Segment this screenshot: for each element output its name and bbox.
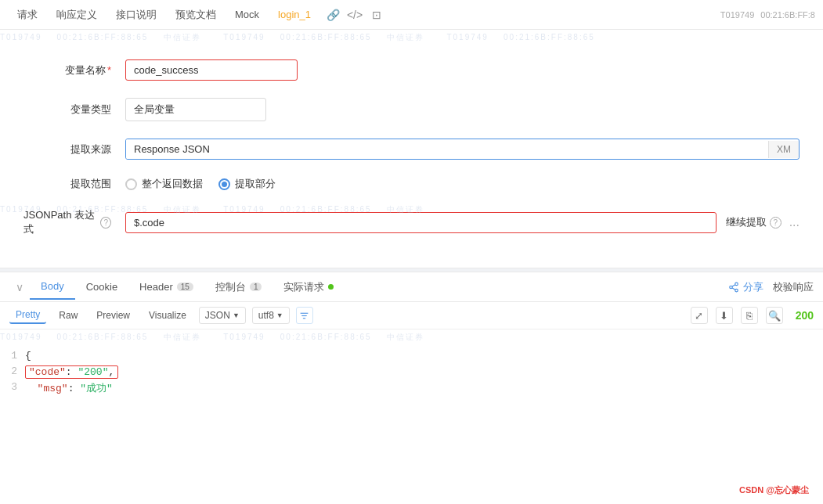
validate-button[interactable]: 校验响应 [773,280,814,294]
resp-pretty-btn[interactable]: Pretty [9,307,46,324]
resp-raw-btn[interactable]: Raw [52,308,84,323]
svg-point-2 [735,289,738,292]
bottom-tab-right: 分享 校验响应 [728,280,814,294]
code-line-2: 2 "code": "200", [0,365,823,381]
tab-console[interactable]: 控制台 1 [204,274,273,301]
extract-source-input[interactable] [126,139,768,159]
code-line-3: 3 "msg": "成功" [0,381,823,397]
radio-all-circle[interactable] [125,178,137,190]
code-msg-value: "成功" [80,383,113,394]
encoding-dropdown[interactable]: utf8 ▼ [252,307,290,324]
request-dot [328,284,334,290]
resp-visualize-btn[interactable]: Visualize [143,308,193,323]
continue-help-icon[interactable]: ? [770,217,781,229]
jsonpath-row: JSONPath 表达式 ? 继续提取 ? ... [23,208,800,236]
extract-range-label: 提取范围 [23,177,125,191]
jsonpath-label-wrap: JSONPath 表达式 ? [23,208,125,236]
code-key: "code" [29,366,66,378]
bottom-tabs: ∨ Body Cookie Header 15 控制台 1 实际请求 分享 [0,272,823,302]
layout-icon[interactable]: ⊡ [369,7,384,23]
extract-source-row: 提取来源 XM [23,139,800,160]
svg-point-1 [730,286,733,289]
radio-all-label: 整个返回数据 [142,177,203,191]
variable-type-value[interactable]: 全局变量 [125,98,266,121]
code-msg-colon: : [68,383,81,394]
line-num-3: 3 [0,381,25,393]
chevron-down-icon: ▼ [233,311,240,319]
help-icon[interactable]: ? [100,217,111,229]
search-icon[interactable]: 🔍 [766,307,783,324]
response-toolbar: Pretty Raw Preview Visualize JSON ▼ utf8… [0,302,823,329]
variable-type-label: 变量类型 [23,103,125,117]
radio-group: 整个返回数据 提取部分 [125,177,276,191]
tab-interface-desc[interactable]: 接口说明 [106,2,166,28]
variable-name-input[interactable] [125,59,298,81]
code-line-2-content: "code": "200", [25,365,823,379]
svg-line-4 [732,284,735,286]
share-button[interactable]: 分享 [728,280,763,294]
watermark-code: T019749 00:21:6B:FF:88:65 中信证券 T019749 0… [0,329,823,344]
csdn-badge: CSDN @忘心蒙尘 [735,483,814,498]
resp-toolbar-icons: ⤢ ⬇ ⎘ 🔍 [691,307,783,324]
format-label: JSON [205,310,230,321]
extract-source-label: 提取来源 [23,142,125,157]
radio-part-item[interactable]: 提取部分 [218,177,276,191]
tab-actual-request[interactable]: 实际请求 [273,274,345,301]
jsonpath-input[interactable] [125,212,717,233]
tab-mock[interactable]: Mock [226,2,269,27]
continue-extract-label: 继续提取 [726,215,767,229]
extract-source-tag[interactable]: XM [768,141,799,158]
continue-extract: 继续提取 ? [726,215,781,229]
more-dots[interactable]: ... [789,215,800,229]
code-msg-key: "msg" [38,383,68,394]
console-badge: 1 [250,283,262,291]
filter-icon[interactable] [296,307,313,324]
radio-part-circle[interactable] [218,178,230,190]
code-icon[interactable]: </> [347,7,363,23]
encoding-label: utf8 [258,310,274,321]
code-colon: : [66,366,78,378]
tab-header[interactable]: Header 15 [128,275,204,299]
top-status: T019749 00:21:6B:FF:8 [720,0,823,30]
code-line-3-content: "msg": "成功" [25,381,823,395]
tab-bar: 请求 响应定义 接口说明 预览文档 Mock login_1 🔗 </> ⊡ T… [0,0,823,30]
variable-type-row: 变量类型 全局变量 [23,98,800,121]
radio-all-item[interactable]: 整个返回数据 [125,177,203,191]
format-dropdown[interactable]: JSON ▼ [199,307,246,324]
share-icon [728,282,739,293]
share-label: 分享 [743,280,763,294]
expand-icon[interactable]: ⤢ [691,307,708,324]
link-icon[interactable]: 🔗 [325,7,341,23]
encoding-chevron-icon: ▼ [276,311,283,319]
form-section: 变量名称* 变量类型 全局变量 提取来源 XM T019749 00:21:6B… [0,45,823,268]
code-area: 1 { 2 "code": "200", 3 "msg": "成功" [0,344,823,403]
collapse-arrow[interactable]: ∨ [9,281,30,293]
tab-request[interactable]: 请求 [8,2,47,28]
tab-response-def[interactable]: 响应定义 [47,2,106,28]
extract-range-row: 提取范围 整个返回数据 提取部分 [23,177,800,191]
svg-line-3 [732,287,735,289]
copy-icon[interactable]: ⎘ [741,307,758,324]
tab-body[interactable]: Body [30,274,75,300]
download-icon[interactable]: ⬇ [716,307,733,324]
radio-part-label: 提取部分 [235,177,276,191]
extract-source-wrap: XM [125,139,800,160]
code-comma: , [108,366,114,378]
tab-cookie[interactable]: Cookie [75,275,128,299]
jsonpath-label: JSONPath 表达式 [23,208,96,236]
variable-name-row: 变量名称* [23,59,800,81]
tab-preview-doc[interactable]: 预览文档 [166,2,226,28]
watermark-1: T019749 00:21:6B:FF:88:65 中信证券 T019749 0… [0,30,823,45]
code-line-1: 1 { [0,350,823,365]
svg-point-0 [735,283,738,286]
code-brace-open: { [25,350,823,362]
filter-svg [299,311,309,321]
line-num-2: 2 [0,365,25,377]
code-value: "200" [78,366,108,378]
required-star: * [107,64,111,76]
tab-login1[interactable]: login_1 [269,2,320,27]
header-badge: 15 [177,283,193,291]
variable-name-label: 变量名称* [23,63,125,77]
code-highlight-box: "code": "200", [25,365,118,379]
resp-preview-btn[interactable]: Preview [90,308,136,323]
